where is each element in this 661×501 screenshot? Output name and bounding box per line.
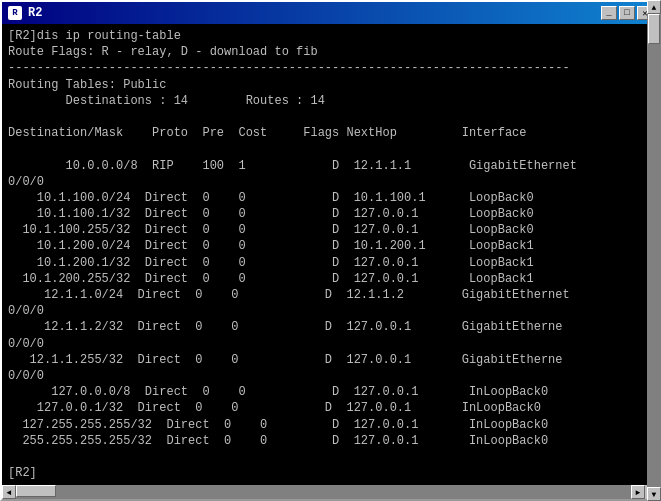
window-title: R2 bbox=[28, 6, 42, 20]
window-icon: R bbox=[8, 6, 22, 20]
main-window: R R2 _ □ ✕ [R2]dis ip routing-table Rout… bbox=[0, 0, 661, 501]
terminal-main: [R2]dis ip routing-table Route Flags: R … bbox=[2, 24, 659, 485]
title-bar: R R2 _ □ ✕ bbox=[2, 2, 659, 24]
horizontal-scrollbar: ◄ ► bbox=[2, 485, 645, 499]
scroll-right-button[interactable]: ► bbox=[631, 485, 645, 499]
terminal-wrapper: [R2]dis ip routing-table Route Flags: R … bbox=[2, 24, 659, 485]
terminal-content: [R2]dis ip routing-table Route Flags: R … bbox=[8, 28, 653, 481]
vertical-scrollbar: ▲ ▼ bbox=[647, 24, 659, 485]
maximize-button[interactable]: □ bbox=[619, 6, 635, 20]
minimize-button[interactable]: _ bbox=[601, 6, 617, 20]
scroll-track-v[interactable] bbox=[647, 24, 659, 485]
title-buttons: _ □ ✕ bbox=[601, 6, 653, 20]
scroll-track-h[interactable] bbox=[16, 485, 631, 499]
terminal[interactable]: [R2]dis ip routing-table Route Flags: R … bbox=[2, 24, 659, 485]
scroll-thumb-v[interactable] bbox=[648, 24, 659, 44]
scroll-left-button[interactable]: ◄ bbox=[2, 485, 16, 499]
bottom-row: ◄ ► bbox=[2, 485, 659, 499]
title-bar-left: R R2 bbox=[8, 6, 42, 20]
scroll-thumb-h[interactable] bbox=[16, 485, 56, 497]
